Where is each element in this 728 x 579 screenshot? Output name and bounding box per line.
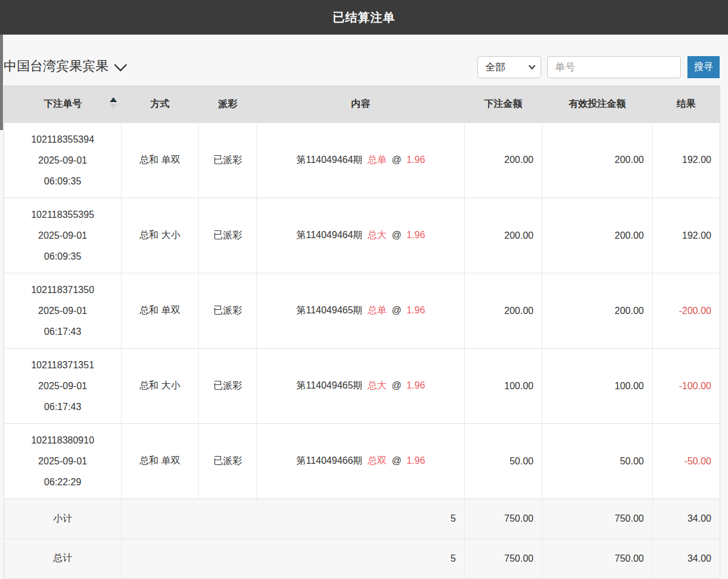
at-symbol: @ bbox=[391, 455, 401, 466]
valid-amount: 200.00 bbox=[542, 273, 653, 349]
column-header-content: 内容 bbox=[257, 86, 465, 123]
table-header-row: 下注单号 方式 派彩 内容 下注金额 有效投注金额 结果 bbox=[4, 86, 720, 123]
bet-time: 06:22:29 bbox=[4, 472, 121, 492]
sort-icon[interactable] bbox=[110, 97, 117, 109]
column-header-method: 方式 bbox=[122, 86, 199, 123]
draw-period: 第114049464期 bbox=[297, 230, 363, 240]
title-bar: 已结算注单 bbox=[0, 0, 728, 35]
draw-period: 第114049465期 bbox=[297, 380, 363, 390]
bet-date: 2025-09-01 bbox=[4, 300, 121, 321]
bet-date: 2025-09-01 bbox=[4, 150, 121, 171]
order-number-input[interactable] bbox=[547, 56, 681, 78]
subtotal-label: 小计 bbox=[4, 499, 122, 539]
valid-amount: 100.00 bbox=[542, 349, 653, 424]
bet-time: 06:09:35 bbox=[4, 171, 121, 192]
valid-amount: 50.00 bbox=[542, 424, 653, 499]
bet-time: 06:17:43 bbox=[4, 396, 121, 417]
bet-time: 06:09:35 bbox=[4, 246, 121, 267]
payout-cell: 已派彩 bbox=[199, 349, 257, 424]
bet-amount: 200.00 bbox=[465, 123, 542, 198]
bet-amount: 100.00 bbox=[465, 349, 542, 424]
order-cell: 102118355394 2025-09-01 06:09:35 bbox=[4, 123, 122, 198]
page: 已结算注单 中国台湾宾果宾果 全部 搜寻 下注单号 bbox=[0, 0, 728, 579]
sort-desc-icon bbox=[110, 104, 117, 109]
bet-amount: 200.00 bbox=[465, 273, 542, 349]
bet-pick: 总双 bbox=[368, 455, 387, 466]
order-cell: 102118355395 2025-09-01 06:09:35 bbox=[4, 198, 122, 273]
filter-select[interactable]: 全部 bbox=[477, 56, 541, 78]
order-number: 102118380910 bbox=[4, 430, 121, 451]
column-header-bet-amount: 下注金额 bbox=[465, 86, 542, 123]
order-cell: 102118371351 2025-09-01 06:17:43 bbox=[4, 349, 122, 424]
bet-pick: 总单 bbox=[368, 155, 387, 165]
filter-select-wrap: 全部 bbox=[477, 56, 541, 78]
bet-amount: 200.00 bbox=[465, 198, 542, 273]
bet-date: 2025-09-01 bbox=[4, 375, 121, 396]
method-cell: 总和 单双 bbox=[122, 424, 199, 499]
order-number: 102118355395 bbox=[4, 204, 121, 225]
page-title: 已结算注单 bbox=[333, 10, 396, 26]
search-button[interactable]: 搜寻 bbox=[687, 56, 720, 78]
valid-amount: 200.00 bbox=[542, 198, 653, 273]
odds-value: 1.96 bbox=[406, 230, 425, 240]
odds-value: 1.96 bbox=[406, 455, 425, 466]
valid-amount: 200.00 bbox=[542, 123, 653, 198]
subtotal-bet-amount: 750.00 bbox=[465, 499, 542, 539]
method-cell: 总和 大小 bbox=[122, 198, 199, 273]
at-symbol: @ bbox=[391, 305, 401, 315]
result-amount: -100.00 bbox=[653, 349, 720, 424]
draw-period: 第114049466期 bbox=[297, 455, 363, 466]
table-row: 102118380910 2025-09-01 06:22:29 总和 单双 已… bbox=[4, 424, 720, 499]
subtotal-count: 5 bbox=[122, 499, 465, 539]
game-selector-label: 中国台湾宾果宾果 bbox=[4, 57, 109, 75]
method-cell: 总和 单双 bbox=[122, 273, 199, 349]
result-amount: -50.00 bbox=[653, 424, 720, 499]
settled-bets-table: 下注单号 方式 派彩 内容 下注金额 有效投注金额 结果 10211835539… bbox=[4, 85, 720, 578]
order-number: 102118371351 bbox=[4, 355, 121, 375]
at-symbol: @ bbox=[391, 230, 401, 240]
table-row: 102118371351 2025-09-01 06:17:43 总和 大小 已… bbox=[4, 349, 720, 424]
column-header-payout: 派彩 bbox=[199, 86, 257, 123]
content-cell: 第114049466期 总双 @ 1.96 bbox=[257, 424, 465, 499]
result-amount: 192.00 bbox=[653, 198, 720, 273]
total-bet-amount: 750.00 bbox=[465, 539, 542, 578]
payout-cell: 已派彩 bbox=[199, 424, 257, 499]
result-amount: -200.00 bbox=[653, 273, 720, 349]
payout-cell: 已派彩 bbox=[199, 123, 257, 198]
payout-cell: 已派彩 bbox=[199, 198, 257, 273]
sort-asc-icon bbox=[110, 97, 117, 102]
column-header-valid-amount: 有效投注金额 bbox=[542, 86, 653, 123]
left-scrollbar-thumb[interactable] bbox=[0, 35, 3, 130]
game-selector[interactable]: 中国台湾宾果宾果 bbox=[4, 57, 128, 75]
table-row: 102118355395 2025-09-01 06:09:35 总和 大小 已… bbox=[4, 198, 720, 273]
subtotal-result: 34.00 bbox=[653, 499, 720, 539]
bet-date: 2025-09-01 bbox=[4, 451, 121, 472]
total-count: 5 bbox=[122, 539, 465, 578]
table-row: 102118355394 2025-09-01 06:09:35 总和 单双 已… bbox=[4, 123, 720, 198]
bet-time: 06:17:43 bbox=[4, 321, 121, 342]
column-header-result: 结果 bbox=[653, 86, 720, 123]
bet-pick: 总单 bbox=[368, 305, 387, 315]
bet-amount: 50.00 bbox=[465, 424, 542, 499]
bet-date: 2025-09-01 bbox=[4, 225, 121, 246]
draw-period: 第114049464期 bbox=[297, 155, 363, 165]
total-result: 34.00 bbox=[653, 539, 720, 578]
content-cell: 第114049465期 总大 @ 1.96 bbox=[257, 349, 465, 424]
bet-pick: 总大 bbox=[368, 230, 387, 240]
draw-period: 第114049465期 bbox=[297, 305, 363, 315]
total-valid-amount: 750.00 bbox=[542, 539, 653, 578]
subtotal-row: 小计 5 750.00 750.00 34.00 bbox=[4, 499, 720, 539]
at-symbol: @ bbox=[391, 155, 401, 165]
method-cell: 总和 单双 bbox=[122, 123, 199, 198]
table-row: 102118371350 2025-09-01 06:17:43 总和 单双 已… bbox=[4, 273, 720, 349]
column-header-order[interactable]: 下注单号 bbox=[4, 86, 122, 123]
content-cell: 第114049464期 总单 @ 1.96 bbox=[257, 123, 465, 198]
order-number: 102118355394 bbox=[4, 129, 121, 150]
total-row: 总计 5 750.00 750.00 34.00 bbox=[4, 539, 720, 578]
content-cell: 第114049464期 总大 @ 1.96 bbox=[257, 198, 465, 273]
subtotal-valid-amount: 750.00 bbox=[542, 499, 653, 539]
order-cell: 102118371350 2025-09-01 06:17:43 bbox=[4, 273, 122, 349]
odds-value: 1.96 bbox=[406, 155, 425, 165]
result-amount: 192.00 bbox=[653, 123, 720, 198]
bet-pick: 总大 bbox=[368, 380, 387, 390]
